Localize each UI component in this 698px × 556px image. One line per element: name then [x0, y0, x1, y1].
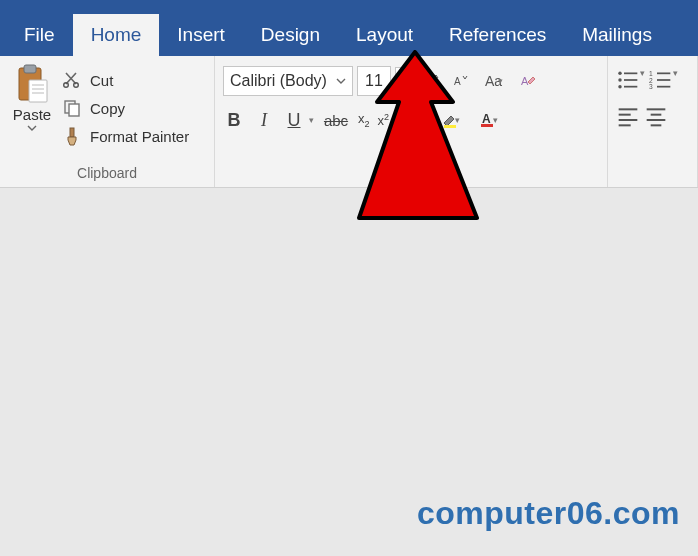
tab-insert[interactable]: Insert [159, 14, 243, 56]
chevron-down-icon: ▾ [455, 115, 460, 125]
subscript-button[interactable]: x2 [358, 111, 370, 129]
shrink-font-icon: A [451, 72, 469, 90]
chevron-down-icon: ▾ [498, 76, 503, 86]
font-color-button[interactable]: A▾ [473, 106, 503, 134]
align-left-icon [616, 104, 640, 128]
chevron-down-icon[interactable]: ▾ [309, 115, 314, 125]
tab-home[interactable]: Home [73, 14, 160, 56]
bullets-button[interactable] [616, 68, 640, 92]
copy-icon [62, 98, 82, 118]
copy-label: Copy [90, 100, 125, 117]
chevron-down-icon[interactable]: ▾ [640, 68, 645, 92]
paste-icon [15, 64, 49, 104]
font-name-value: Calibri (Body) [230, 72, 327, 90]
svg-point-7 [74, 83, 79, 88]
tab-layout[interactable]: Layout [338, 14, 431, 56]
numbering-button[interactable]: 123 [649, 68, 673, 92]
font-size-dropdown[interactable] [395, 67, 413, 95]
grow-font-button[interactable]: A [417, 67, 443, 95]
shrink-font-button[interactable]: A [447, 67, 473, 95]
chevron-down-icon [336, 76, 346, 86]
italic-button[interactable]: I [253, 110, 275, 131]
tab-references[interactable]: References [431, 14, 564, 56]
watermark-text: computer06.com [417, 495, 680, 532]
bullets-icon [616, 68, 640, 92]
svg-point-6 [64, 83, 69, 88]
svg-text:A: A [521, 75, 529, 87]
group-clipboard: Paste Cut Copy Format Painter Clipboard [0, 56, 215, 187]
svg-rect-17 [481, 124, 493, 127]
text-effects-button[interactable]: A▾ [397, 106, 427, 134]
paintbrush-icon [62, 126, 82, 146]
align-center-icon [644, 104, 668, 128]
chevron-down-icon: ▾ [417, 115, 422, 125]
svg-point-22 [618, 85, 621, 88]
group-label-clipboard: Clipboard [0, 165, 214, 181]
tab-design[interactable]: Design [243, 14, 338, 56]
svg-rect-15 [444, 125, 456, 128]
align-left-button[interactable] [616, 104, 640, 128]
underline-button[interactable]: U [283, 110, 305, 131]
clear-formatting-button[interactable]: A [515, 67, 541, 95]
superscript-button[interactable]: x2 [378, 112, 390, 128]
svg-point-20 [618, 78, 621, 81]
font-size-value: 11 [365, 72, 383, 90]
svg-rect-1 [24, 65, 36, 73]
align-center-button[interactable] [644, 104, 668, 128]
ribbon-body: Paste Cut Copy Format Painter Clipboard … [0, 56, 698, 188]
group-paragraph: ▾ 123 ▾ [608, 56, 698, 187]
svg-rect-9 [69, 104, 79, 116]
svg-point-18 [618, 72, 621, 75]
svg-rect-2 [29, 80, 47, 102]
grow-font-icon: A [421, 72, 439, 90]
svg-rect-10 [70, 128, 74, 137]
svg-text:A: A [482, 112, 491, 126]
svg-text:A: A [404, 112, 414, 128]
svg-text:3: 3 [649, 83, 653, 90]
chevron-down-icon [399, 76, 409, 86]
change-case-button[interactable]: Aa ▾ [477, 67, 511, 95]
group-font: Calibri (Body) 11 A A Aa ▾ A [215, 56, 608, 187]
cut-label: Cut [90, 72, 113, 89]
bold-button[interactable]: B [223, 110, 245, 131]
svg-text:A: A [454, 76, 461, 87]
strikethrough-button[interactable]: abc [322, 112, 350, 129]
chevron-down-icon: ▾ [493, 115, 498, 125]
format-painter-label: Format Painter [90, 128, 189, 145]
format-painter-button[interactable]: Format Painter [62, 122, 206, 150]
cut-button[interactable]: Cut [62, 66, 206, 94]
highlight-button[interactable]: ▾ [435, 106, 465, 134]
font-size-combo[interactable]: 11 [357, 66, 391, 96]
tab-mailings[interactable]: Mailings [564, 14, 670, 56]
paste-label: Paste [13, 106, 51, 123]
numbering-icon: 123 [649, 68, 673, 92]
copy-button[interactable]: Copy [62, 94, 206, 122]
chevron-down-icon[interactable] [27, 123, 37, 133]
group-label-font: Font [215, 165, 607, 181]
svg-text:A: A [423, 74, 432, 89]
clear-format-icon: A [519, 72, 537, 90]
tab-file[interactable]: File [6, 14, 73, 56]
chevron-down-icon[interactable]: ▾ [673, 68, 678, 92]
ribbon-tab-strip: File Home Insert Design Layout Reference… [0, 0, 698, 56]
font-name-combo[interactable]: Calibri (Body) [223, 66, 353, 96]
scissors-icon [62, 70, 82, 90]
